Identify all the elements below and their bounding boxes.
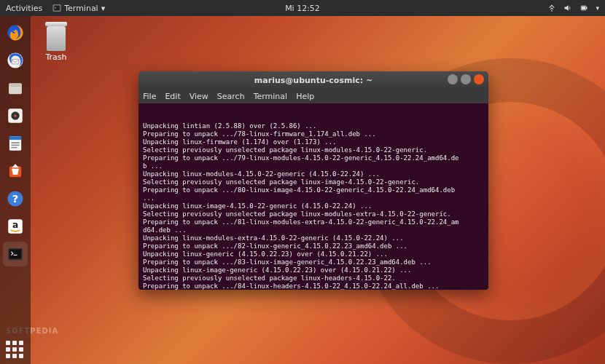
window-close-button[interactable] bbox=[474, 74, 484, 84]
dock-software[interactable] bbox=[3, 159, 28, 183]
trash-label: Trash bbox=[45, 52, 66, 62]
writer-icon bbox=[6, 134, 25, 153]
thunderbird-icon bbox=[6, 51, 25, 70]
svg-rect-7 bbox=[12, 59, 19, 64]
menu-help[interactable]: Help bbox=[296, 92, 314, 101]
window-title: marius@ubuntu-cosmic: ~ bbox=[254, 76, 372, 85]
terminal-line: ... bbox=[143, 194, 484, 202]
terminal-line: Selecting previously unselected package … bbox=[143, 210, 484, 218]
terminal-line: Unpacking linux-generic (4.15.0.22.23) o… bbox=[143, 250, 484, 258]
amazon-icon: a bbox=[6, 217, 25, 236]
menu-search[interactable]: Search bbox=[217, 92, 245, 101]
terminal-window: marius@ubuntu-cosmic: ~ File Edit View S… bbox=[138, 71, 488, 290]
dock-thunderbird[interactable] bbox=[3, 48, 28, 73]
window-titlebar[interactable]: marius@ubuntu-cosmic: ~ bbox=[138, 71, 488, 89]
trash-icon bbox=[44, 22, 69, 51]
app-indicator[interactable]: Terminal ▾ bbox=[52, 4, 105, 13]
window-minimize-button[interactable] bbox=[448, 74, 458, 84]
dock-firefox[interactable] bbox=[3, 20, 28, 45]
svg-rect-4 bbox=[586, 7, 588, 9]
files-icon bbox=[6, 79, 25, 98]
svg-point-13 bbox=[14, 114, 16, 116]
dock-terminal[interactable] bbox=[3, 242, 28, 266]
clock[interactable]: Mi 12:52 bbox=[285, 4, 320, 13]
svg-text:?: ? bbox=[12, 192, 18, 205]
terminal-line: Preparing to unpack .../78-linux-firmwar… bbox=[143, 130, 484, 138]
activities-button[interactable]: Activities bbox=[6, 4, 42, 13]
dock-amazon[interactable]: a bbox=[3, 214, 28, 239]
terminal-icon bbox=[52, 4, 61, 12]
terminal-line: Preparing to unpack .../83-linux-image-g… bbox=[143, 258, 484, 266]
volume-icon[interactable] bbox=[563, 4, 572, 12]
terminal-line: Preparing to unpack .../79-linux-modules… bbox=[143, 154, 484, 162]
menu-file[interactable]: File bbox=[143, 92, 156, 101]
dock-writer[interactable] bbox=[3, 131, 28, 156]
help-icon: ? bbox=[6, 189, 25, 208]
terminal-line: Unpacking linux-modules-4.15.0-22-generi… bbox=[143, 170, 484, 178]
svg-rect-1 bbox=[54, 5, 60, 11]
desktop-trash[interactable]: Trash bbox=[44, 22, 69, 62]
svg-rect-15 bbox=[9, 136, 21, 140]
terminal-output[interactable]: Unpacking lintian (2.5.88) over (2.5.86)… bbox=[138, 103, 488, 290]
software-icon bbox=[6, 162, 25, 181]
dock-files[interactable] bbox=[3, 76, 28, 100]
terminal-line: Preparing to unpack .../84-linux-headers… bbox=[143, 282, 484, 290]
chevron-down-icon: ▾ bbox=[101, 4, 106, 13]
svg-rect-26 bbox=[14, 255, 17, 256]
terminal-line: d64.deb ... bbox=[143, 226, 484, 234]
terminal-dock-icon bbox=[6, 245, 25, 264]
svg-rect-3 bbox=[582, 7, 585, 10]
menu-terminal[interactable]: Terminal bbox=[254, 92, 288, 101]
network-icon[interactable] bbox=[547, 4, 556, 12]
top-panel: Activities Terminal ▾ Mi 12:52 ▾ bbox=[0, 0, 605, 16]
terminal-line: Selecting previously unselected package … bbox=[143, 178, 484, 186]
terminal-line: Preparing to unpack .../80-linux-image-4… bbox=[143, 186, 484, 194]
rhythmbox-icon bbox=[6, 106, 25, 125]
system-menu-chevron-icon[interactable]: ▾ bbox=[596, 4, 599, 12]
terminal-line: Preparing to unpack .../82-linux-generic… bbox=[143, 242, 484, 250]
terminal-line: Unpacking lintian (2.5.88) over (2.5.86)… bbox=[143, 122, 484, 130]
app-indicator-label: Terminal bbox=[64, 4, 98, 13]
dock: ? a bbox=[0, 16, 31, 364]
terminal-line: Selecting previously unselected package … bbox=[143, 146, 484, 154]
terminal-line: b ... bbox=[143, 162, 484, 170]
window-maximize-button[interactable] bbox=[461, 74, 471, 84]
svg-rect-17 bbox=[11, 145, 19, 146]
dock-help[interactable]: ? bbox=[3, 186, 28, 211]
terminal-line: Unpacking linux-image-4.15.0-22-generic … bbox=[143, 202, 484, 210]
terminal-line: Unpacking linux-modules-extra-4.15.0-22-… bbox=[143, 234, 484, 242]
terminal-line: Selecting previously unselected package … bbox=[143, 274, 484, 282]
show-applications-button[interactable] bbox=[6, 341, 23, 358]
terminal-line: Unpacking linux-firmware (1.174) over (1… bbox=[143, 138, 484, 146]
terminal-line: Unpacking linux-image-generic (4.15.0.22… bbox=[143, 266, 484, 274]
svg-rect-18 bbox=[11, 147, 17, 149]
terminal-menubar: File Edit View Search Terminal Help bbox=[138, 89, 488, 103]
firefox-icon bbox=[6, 23, 25, 42]
menu-edit[interactable]: Edit bbox=[165, 92, 180, 101]
dock-rhythmbox[interactable] bbox=[3, 103, 28, 128]
svg-rect-10 bbox=[9, 84, 22, 86]
terminal-line: Preparing to unpack .../81-linux-modules… bbox=[143, 218, 484, 226]
svg-rect-25 bbox=[9, 250, 21, 259]
battery-icon[interactable] bbox=[579, 4, 588, 12]
svg-rect-16 bbox=[11, 142, 19, 143]
svg-text:a: a bbox=[12, 220, 18, 230]
menu-view[interactable]: View bbox=[190, 92, 208, 101]
